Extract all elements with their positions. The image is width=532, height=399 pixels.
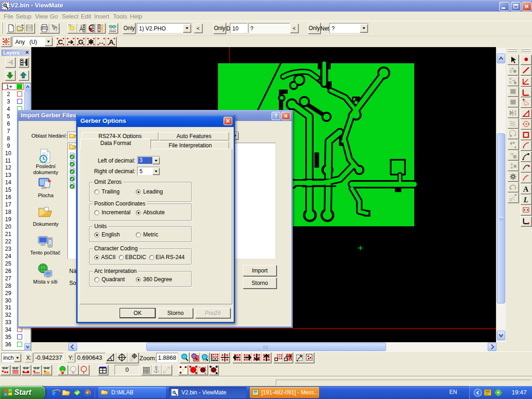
svg-text:a: a <box>205 372 206 375</box>
svg-text:A: A <box>523 185 529 193</box>
svg-text:L: L <box>523 196 528 204</box>
svg-text:s: s <box>205 366 206 369</box>
svg-text:?: ? <box>54 26 58 33</box>
svg-text:s: s <box>199 366 201 369</box>
